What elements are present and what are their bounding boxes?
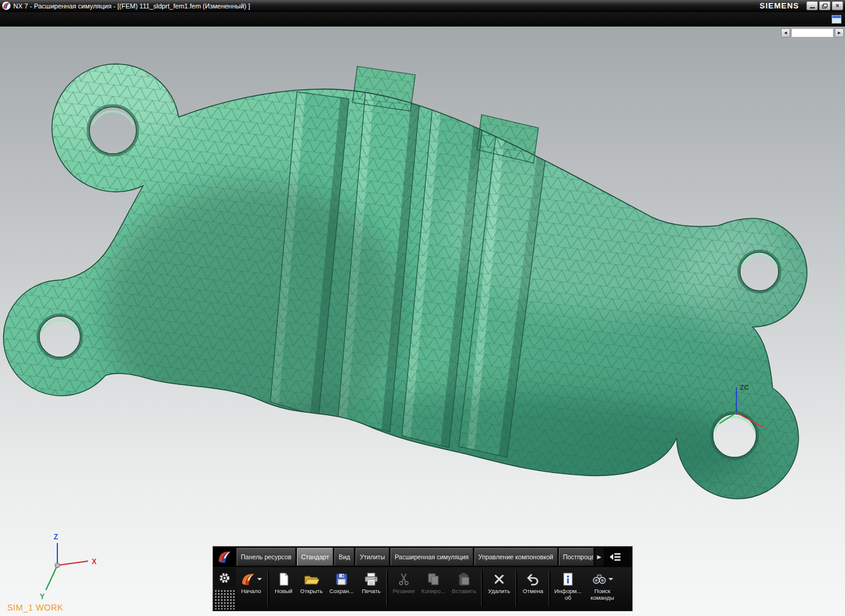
copy-icon xyxy=(426,572,441,586)
toolbar-dock: ◄ ► xyxy=(781,28,844,37)
tab-overflow-arrow-icon[interactable]: ▶ xyxy=(595,548,604,566)
cut-icon xyxy=(397,572,411,586)
tab-layout-management[interactable]: Управление компоновкой xyxy=(474,548,558,566)
toolbar-separator xyxy=(515,571,517,606)
dock-scroll-left-icon[interactable]: ◄ xyxy=(781,28,790,37)
undo-button[interactable]: Отмена xyxy=(518,568,547,609)
toolbar-options-icon xyxy=(608,551,622,563)
tab-view[interactable]: Вид xyxy=(334,548,354,566)
toolbar-drag-grid[interactable] xyxy=(214,589,235,609)
work-csys-name-label: SIM_1 WORK xyxy=(7,603,63,612)
tab-advanced-simulation[interactable]: Расширенная симуляция xyxy=(391,548,473,566)
tab-utilities[interactable]: Утилиты xyxy=(356,548,389,566)
toolbar-separator xyxy=(386,571,388,606)
open-button[interactable]: Открыть xyxy=(297,568,326,609)
new-document-icon xyxy=(276,572,291,586)
nx-app-icon[interactable] xyxy=(2,1,11,10)
document-window-icon[interactable] xyxy=(832,15,841,24)
toolbar-button-row: Начало Новый Откры xyxy=(213,567,632,611)
print-icon xyxy=(363,572,379,586)
undo-icon xyxy=(526,572,540,586)
info-icon xyxy=(561,572,575,586)
toolbar-options-button[interactable] xyxy=(605,548,625,566)
find-command-icon xyxy=(592,572,607,586)
nx-logo[interactable] xyxy=(213,547,236,567)
csys-label: ZC xyxy=(740,384,749,391)
toolbar-separator xyxy=(267,571,269,606)
toolbar-separator xyxy=(549,571,550,606)
siemens-logo: SIEMENS xyxy=(759,1,799,10)
new-button[interactable]: Новый xyxy=(270,568,297,609)
wcs-triad: Z X Y xyxy=(40,533,97,601)
tab-standard[interactable]: Стандарт xyxy=(297,548,333,566)
mesh-part-body xyxy=(4,45,821,506)
close-button[interactable]: × xyxy=(832,1,843,10)
tab-postprocessor[interactable]: Постпроцес xyxy=(559,548,594,566)
start-button[interactable]: Начало xyxy=(236,568,266,609)
triad-x-label: X xyxy=(92,557,97,566)
save-button[interactable]: Сохран... xyxy=(326,568,357,609)
nx-application-window: NX 7 - Расширенная симуляция - [(FEM) 11… xyxy=(0,0,845,616)
toolbar-tab-row: Панель ресурсов Стандарт Вид Утилиты Рас… xyxy=(213,547,632,567)
print-button[interactable]: Печать xyxy=(357,568,385,609)
minimize-button[interactable] xyxy=(806,1,818,10)
restore-icon xyxy=(822,4,827,8)
cut-button[interactable]: Резания xyxy=(389,568,418,609)
chevron-down-icon xyxy=(608,578,613,580)
nx-logo-icon xyxy=(217,549,232,565)
toolbar-left-column xyxy=(213,568,236,609)
chevron-down-icon xyxy=(257,578,262,580)
gear-icon xyxy=(218,571,231,585)
title-bar: NX 7 - Расширенная симуляция - [(FEM) 11… xyxy=(0,0,845,12)
restore-button[interactable] xyxy=(819,1,831,10)
floating-toolbar: Панель ресурсов Стандарт Вид Утилиты Рас… xyxy=(212,546,633,611)
window-title: NX 7 - Расширенная симуляция - [(FEM) 11… xyxy=(13,2,759,10)
toolbar-separator xyxy=(481,571,483,606)
copy-button[interactable]: Копиро... xyxy=(418,568,448,609)
paste-button[interactable]: Вставить xyxy=(448,568,480,609)
fem-mesh-model[interactable]: ZC Z X Y xyxy=(0,27,845,616)
graphics-viewport[interactable]: ◄ ► xyxy=(0,27,845,616)
open-folder-icon xyxy=(304,572,319,586)
delete-button[interactable]: Удалить xyxy=(484,568,514,609)
triad-z-label: Z xyxy=(54,533,58,541)
customize-button[interactable] xyxy=(213,568,236,588)
delete-icon xyxy=(492,572,506,586)
information-button[interactable]: Информ... об xyxy=(552,568,584,609)
menu-strip xyxy=(0,12,845,27)
triad-y-label: Y xyxy=(40,592,45,601)
minimize-icon xyxy=(810,7,815,8)
find-command-button[interactable]: Поиск команды xyxy=(584,568,620,609)
paste-icon xyxy=(457,572,471,586)
save-icon xyxy=(334,572,349,586)
tab-resource-panel[interactable]: Панель ресурсов xyxy=(237,548,296,566)
close-icon: × xyxy=(836,3,840,9)
nx-start-icon xyxy=(240,571,256,587)
dock-scroll-right-icon[interactable]: ► xyxy=(835,28,844,37)
dock-empty-strip xyxy=(791,28,834,37)
